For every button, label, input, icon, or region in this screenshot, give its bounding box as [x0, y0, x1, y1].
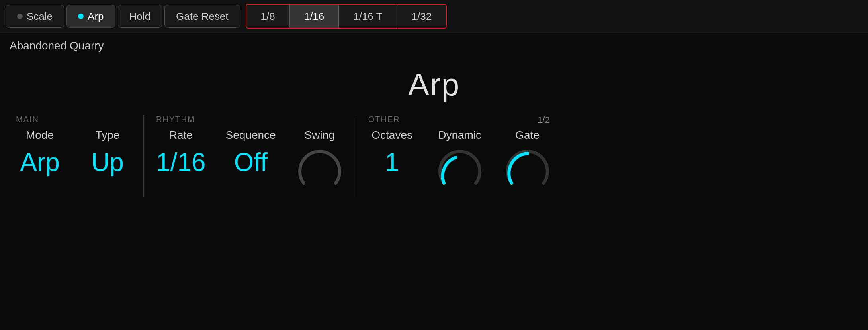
swing-knob[interactable]: [296, 149, 344, 197]
mode-label: Mode: [26, 129, 54, 142]
gate-control: Gate: [504, 129, 551, 197]
rate-label: Rate: [169, 129, 193, 142]
rate-1-16-button[interactable]: 1/16: [289, 5, 339, 28]
controls-area: MAIN Mode Arp Type Up RHYTHM Rate 1/16 S…: [0, 115, 868, 197]
other-section-cols: Octaves 1 Dynamic Gate: [368, 129, 551, 197]
preset-name: Abandoned Quarry: [0, 33, 868, 54]
divider-2: [356, 115, 356, 197]
scale-dot: [17, 14, 23, 19]
sequence-label: Sequence: [226, 129, 276, 142]
sequence-value[interactable]: Off: [234, 149, 268, 175]
rate-1-8-button[interactable]: 1/8: [246, 5, 289, 28]
arp-label: Arp: [88, 10, 104, 23]
main-title: Arp: [0, 54, 868, 111]
type-value[interactable]: Up: [91, 149, 124, 175]
gate-knob-svg: [504, 149, 551, 197]
swing-label: Swing: [305, 129, 335, 142]
rate-1-16t-button[interactable]: 1/16 T: [338, 5, 397, 28]
hold-label: Hold: [129, 10, 151, 23]
divider-1: [143, 115, 144, 197]
rhythm-section-label: RHYTHM: [156, 115, 344, 124]
dynamic-knob[interactable]: [436, 149, 484, 197]
rate-group: 1/8 1/16 1/16 T 1/32: [246, 4, 447, 29]
gate-label: Gate: [515, 129, 540, 142]
rate-1-32-label: 1/32: [412, 10, 432, 22]
other-section: 1/2 OTHER Octaves 1 Dynamic Gate: [360, 115, 559, 197]
arp-button[interactable]: Arp: [66, 5, 115, 28]
rate-1-16t-label: 1/16 T: [353, 10, 382, 22]
rhythm-section-cols: Rate 1/16 Sequence Off Swing: [156, 129, 344, 197]
rate-value[interactable]: 1/16: [156, 149, 206, 175]
top-bar: Scale Arp Hold Gate Reset 1/8 1/16 1/16 …: [0, 0, 868, 33]
other-section-label: OTHER: [368, 115, 551, 124]
main-section-label: MAIN: [16, 115, 131, 124]
main-section: MAIN Mode Arp Type Up: [8, 115, 139, 197]
type-label: Type: [96, 129, 120, 142]
rhythm-section: RHYTHM Rate 1/16 Sequence Off Swing: [148, 115, 352, 197]
dynamic-knob-svg: [436, 149, 484, 197]
mode-value[interactable]: Arp: [20, 149, 60, 175]
scale-label: Scale: [27, 10, 53, 23]
rate-1-16-label: 1/16: [304, 10, 325, 22]
octaves-value[interactable]: 1: [385, 149, 399, 175]
fraction-label: 1/2: [538, 115, 550, 125]
dynamic-control: Dynamic: [436, 129, 484, 197]
gate-reset-button[interactable]: Gate Reset: [164, 5, 240, 28]
main-section-cols: Mode Arp Type Up: [16, 129, 131, 175]
octaves-control: Octaves 1: [368, 129, 416, 175]
swing-knob-svg: [296, 149, 344, 197]
dynamic-label: Dynamic: [438, 129, 481, 142]
octaves-label: Octaves: [371, 129, 412, 142]
type-control: Type Up: [84, 129, 131, 175]
rate-1-8-label: 1/8: [261, 10, 275, 22]
rate-1-32-button[interactable]: 1/32: [397, 5, 446, 28]
rate-control: Rate 1/16: [156, 129, 206, 175]
gate-knob[interactable]: [504, 149, 551, 197]
swing-control: Swing: [296, 129, 344, 197]
mode-control: Mode Arp: [16, 129, 64, 175]
sequence-control: Sequence Off: [226, 129, 276, 175]
arp-dot: [78, 14, 84, 19]
gate-reset-label: Gate Reset: [176, 10, 229, 23]
scale-button[interactable]: Scale: [6, 5, 64, 28]
hold-button[interactable]: Hold: [118, 5, 162, 28]
